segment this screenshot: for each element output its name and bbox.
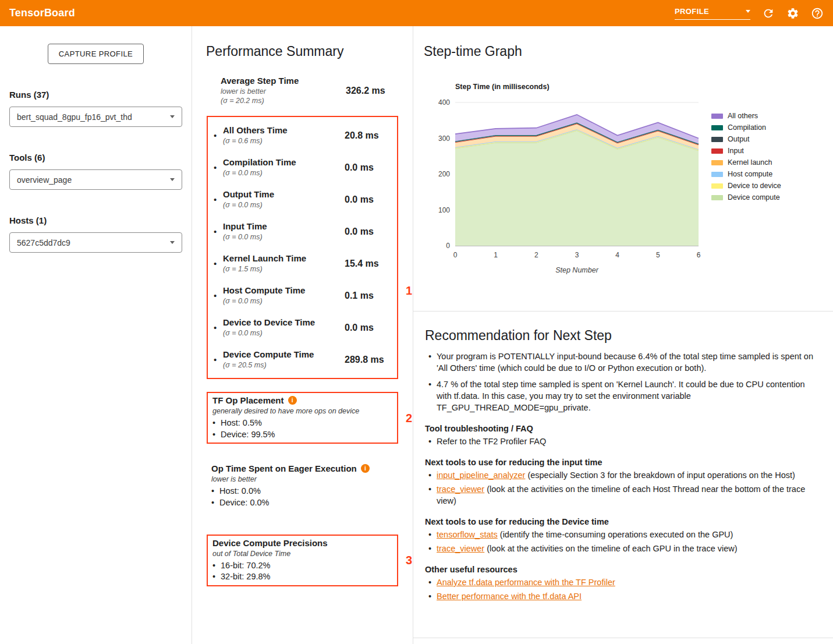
svg-text:400: 400 (438, 98, 450, 107)
metric-label: Output Time (223, 189, 345, 200)
list-item: input_pipeline_analyzer (especially Sect… (425, 469, 818, 481)
chevron-down-icon (170, 241, 175, 244)
metric-value: 289.8 ms (345, 355, 391, 365)
tfdata-api-link[interactable]: Better performance with the tf.data API (437, 592, 582, 601)
metric-value: 0.0 ms (345, 194, 391, 205)
precision-32bit-stat: 32-bit: 29.8% (212, 571, 392, 583)
info-icon[interactable] (361, 464, 370, 473)
tools-label: Tools (6) (9, 153, 182, 162)
legend-item: Output (711, 135, 781, 143)
list-item: trace_viewer (look at the activities on … (425, 483, 818, 507)
sidebar: CAPTURE PROFILE Runs (37) bert_squad_8gp… (0, 26, 192, 644)
app-title: TensorBoard (9, 7, 75, 19)
tools-select-value: overview_page (17, 175, 72, 185)
tf-op-placement-note: generally desired to have more ops on de… (212, 407, 392, 415)
recommendation-section: Recommendation for Next Step Your progra… (413, 312, 833, 638)
recommendation-title: Recommendation for Next Step (425, 328, 818, 344)
legend-label: Device compute (728, 193, 780, 201)
legend-item: Compilation (711, 123, 781, 132)
legend-swatch (711, 172, 723, 177)
eager-device-stat: Device: 0.0% (211, 497, 394, 509)
tensorflow-stats-link[interactable]: tensorflow_stats (437, 530, 498, 539)
metric-sigma: (σ = 1.5 ms) (223, 264, 345, 274)
runs-select[interactable]: bert_squad_8gpu_fp16_pvt_thd (9, 107, 182, 127)
tfdata-performance-link[interactable]: Analyze tf.data performance with the TF … (437, 578, 615, 587)
section-heading-device-tools: Next tools to use for reducing the Devic… (425, 517, 818, 526)
list-item: Analyze tf.data performance with the TF … (425, 576, 818, 588)
help-icon[interactable] (811, 7, 824, 20)
hosts-select[interactable]: 5627c5dd7dc9 (9, 232, 182, 253)
legend-item: Device to device (711, 182, 781, 190)
legend-item: Input (711, 147, 781, 155)
performance-summary-title: Performance Summary (206, 44, 413, 59)
svg-text:200: 200 (438, 170, 450, 178)
svg-text:5: 5 (656, 251, 660, 259)
legend-item: Host compute (711, 170, 781, 178)
metric-sigma: (σ = 0.0 ms) (223, 328, 345, 338)
step-time-graph-title: Step-time Graph (424, 44, 821, 59)
legend-label: All others (728, 112, 758, 120)
metric-value: 0.0 ms (345, 323, 391, 333)
metric-row: Output Time (σ = 0.0 ms) 0.0 ms (212, 183, 392, 215)
legend-swatch (711, 125, 723, 130)
metric-sigma: (σ = 0.6 ms) (223, 136, 345, 146)
refresh-icon[interactable] (762, 7, 775, 20)
trace-viewer-link[interactable]: trace_viewer (437, 484, 484, 494)
legend-label: Host compute (728, 170, 772, 178)
legend-item: Kernel launch (711, 158, 781, 167)
trace-viewer-link[interactable]: trace_viewer (437, 544, 484, 553)
topbar: TensorBoard PROFILE (0, 0, 833, 26)
section-heading-resources: Other useful resources (425, 565, 818, 574)
dashboard-select[interactable]: PROFILE (675, 7, 750, 20)
device-precisions-title: Device Compute Precisions (212, 538, 328, 548)
runs-select-value: bert_squad_8gpu_fp16_pvt_thd (17, 112, 132, 122)
hosts-label: Hosts (1) (9, 215, 182, 225)
metric-row: Device to Device Time (σ = 0.0 ms) 0.0 m… (212, 312, 392, 344)
capture-profile-button[interactable]: CAPTURE PROFILE (48, 44, 144, 64)
bullet-dot (214, 291, 223, 300)
metric-label: Device Compute Time (223, 349, 345, 360)
tf-op-host-stat: Host: 0.5% (212, 417, 392, 429)
metric-label: Input Time (223, 221, 345, 232)
metric-value: 0.0 ms (345, 162, 391, 173)
input-pipeline-analyzer-link[interactable]: input_pipeline_analyzer (437, 470, 525, 480)
bullet-dot (214, 162, 223, 172)
step-time-chart[interactable]: 01002003004000123456Step Number (424, 94, 703, 275)
settings-gear-icon[interactable] (786, 7, 799, 20)
eager-execution-block: Op Time Spent on Eager Execution lower i… (207, 461, 398, 511)
metric-sigma: (σ = 20.5 ms) (223, 360, 345, 370)
tools-select[interactable]: overview_page (9, 169, 182, 190)
recommendation-bullet: Your program is POTENTIALLY input-bound … (425, 351, 818, 374)
chevron-down-icon (170, 115, 175, 118)
bullet-dot (214, 323, 223, 332)
legend-swatch (711, 183, 723, 189)
svg-text:4: 4 (615, 251, 619, 259)
legend-swatch (711, 114, 723, 119)
svg-text:0: 0 (453, 251, 458, 259)
svg-text:0: 0 (446, 242, 450, 250)
svg-text:100: 100 (438, 206, 450, 214)
info-icon[interactable] (288, 396, 297, 405)
tf-op-device-stat: Device: 99.5% (212, 429, 392, 441)
annotation-box-2: TF Op Placement generally desired to hav… (207, 392, 398, 444)
annotation-number-2: 2 (406, 411, 412, 424)
average-step-time-row: Average Step Time lower is better (σ = 2… (207, 73, 398, 108)
list-item: Refer to the TF2 Profiler FAQ (425, 436, 818, 447)
eager-host-stat: Host: 0.0% (211, 486, 394, 497)
svg-text:300: 300 (438, 135, 450, 143)
svg-text:3: 3 (575, 251, 579, 259)
svg-text:Step Number: Step Number (555, 266, 598, 274)
metric-label: Device to Device Time (223, 317, 345, 328)
metric-row: Device Compute Time (σ = 20.5 ms) 289.8 … (212, 344, 392, 376)
metric-row: Compilation Time (σ = 0.0 ms) 0.0 ms (212, 151, 392, 183)
bullet-dot (214, 130, 223, 140)
precision-16bit-stat: 16-bit: 70.2% (212, 560, 392, 572)
legend-label: Device to device (728, 182, 781, 190)
section-heading-input-tools: Next tools to use for reducing the input… (425, 458, 818, 467)
list-item: Better performance with the tf.data API (425, 590, 818, 602)
legend-item: All others (711, 112, 781, 120)
svg-text:1: 1 (494, 251, 498, 259)
list-item: tensorflow_stats (identify the time-cons… (425, 529, 818, 540)
metric-sigma: (σ = 20.2 ms) (221, 96, 346, 105)
chart-title: Step Time (in milliseconds) (455, 83, 703, 91)
